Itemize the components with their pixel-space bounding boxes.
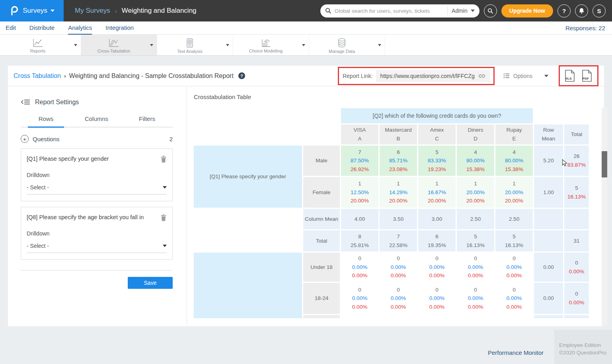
cell-line: 5 xyxy=(513,232,516,241)
tool-cross-tabulation-dropdown[interactable] xyxy=(146,44,157,46)
data-cell: 3.50 xyxy=(380,209,417,229)
drilldown-select[interactable]: - Select - xyxy=(27,243,167,253)
data-cell: 480.00%15.38% xyxy=(457,146,494,176)
cell-line: 0.00% xyxy=(569,298,584,307)
tool-reports-dropdown[interactable] xyxy=(70,44,81,46)
cell-line: 0 xyxy=(575,290,578,298)
vertical-scrollbar[interactable] xyxy=(602,107,607,326)
cell-line: Row xyxy=(543,126,554,134)
link-icon xyxy=(478,72,486,80)
cell-line: 80.00% xyxy=(505,156,523,165)
delete-question-button[interactable] xyxy=(160,156,167,164)
tool-text-analysis-dropdown[interactable] xyxy=(222,44,233,46)
options-dropdown[interactable]: Options xyxy=(503,73,548,79)
nav-edit[interactable]: Edit xyxy=(6,21,16,35)
column-question-header: [Q2] which of the following credit cards… xyxy=(341,108,533,123)
help-button[interactable]: ? xyxy=(557,4,571,18)
cell-line: 16.67% xyxy=(428,188,446,197)
crosstab-heading: Crosstabulation Table xyxy=(194,93,604,100)
cell-line: VISA xyxy=(354,126,366,134)
total-cell: 516.13% xyxy=(564,177,589,208)
report-link-field[interactable]: https://www.questionpro.com/t/lFFCZg xyxy=(376,70,489,82)
search-input[interactable] xyxy=(335,8,443,14)
data-cell: 2.50 xyxy=(457,209,494,229)
cell-line: 0 xyxy=(397,286,400,294)
cell-line: 2.50 xyxy=(509,215,519,224)
upgrade-now-button[interactable]: Upgrade Now xyxy=(501,4,553,18)
cell-line: 5.20 xyxy=(543,156,554,165)
data-cell: 3.00 xyxy=(418,209,456,229)
cell-line: 6 xyxy=(435,232,439,241)
tool-text-analysis[interactable]: Text Analysis xyxy=(157,35,233,55)
tool-manage-data-dropdown[interactable] xyxy=(374,44,385,46)
total-column-header: Total xyxy=(564,125,589,144)
tool-cross-tabulation[interactable]: Cross-Tabulation xyxy=(81,35,157,55)
row-question-header xyxy=(194,253,302,318)
performance-monitor-link[interactable]: Performance Monitor xyxy=(488,349,544,356)
search-scope-selector[interactable]: Admin xyxy=(452,8,475,14)
add-question-button[interactable]: + xyxy=(21,135,29,143)
search-button[interactable] xyxy=(484,4,497,18)
drilldown-select-value: - Select - xyxy=(27,184,163,191)
cell-line: 5 xyxy=(435,148,439,157)
nav-integration[interactable]: Integration xyxy=(105,21,134,35)
tab-columns[interactable]: Columns xyxy=(71,115,122,127)
drilldown-select[interactable]: - Select - xyxy=(27,184,167,195)
save-button[interactable]: Save xyxy=(128,277,173,289)
cell-line: 4 xyxy=(474,148,477,157)
tool-choice-modelling[interactable]: Choice Modelling xyxy=(233,35,309,55)
nav-analytics[interactable]: Analytics xyxy=(68,21,92,35)
cell-line: [Q2] which of the following credit cards… xyxy=(373,111,501,120)
row-mean-cell xyxy=(534,315,563,318)
total-cell: 31 xyxy=(564,230,589,251)
question-card: [Q1] Please specify your gender Drilldow… xyxy=(21,148,173,201)
cell-line: 8 xyxy=(358,232,361,241)
scrollbar-thumb[interactable] xyxy=(602,151,607,177)
delete-question-button[interactable] xyxy=(160,214,167,222)
tool-reports[interactable]: Reports xyxy=(5,35,81,55)
report-settings-title: Report Settings xyxy=(35,99,79,106)
breadcrumb-survey-name: Weighting and Balancing xyxy=(122,7,197,15)
question-mark-icon: ? xyxy=(562,8,566,14)
tab-rows[interactable]: Rows xyxy=(21,115,71,127)
export-xls-button[interactable]: XLS xyxy=(565,70,575,82)
cell-line: B xyxy=(396,134,400,143)
row-mean-header: RowMean xyxy=(534,125,563,144)
data-cell: 583.33%19.23% xyxy=(418,146,456,176)
notifications-button[interactable] xyxy=(575,4,588,18)
cell-line: 0 xyxy=(358,254,361,263)
export-pdf-button[interactable]: PDF xyxy=(582,70,593,82)
cell-line: 16.13% xyxy=(567,193,586,201)
column-header: AmexC xyxy=(418,125,456,144)
cell-line: 20.00% xyxy=(505,188,523,197)
cell-line: 0 xyxy=(435,254,439,263)
data-cell: 00.00%0.00% xyxy=(495,253,533,282)
account-avatar[interactable]: S xyxy=(593,4,606,18)
row-label: Under 18 xyxy=(303,253,340,282)
divider xyxy=(447,6,448,15)
survey-nav: Edit Distribute Analytics Integration Re… xyxy=(0,21,612,35)
cross-tabulation-link[interactable]: Cross Tabulation xyxy=(14,72,61,80)
cell-line: 0.00% xyxy=(507,263,522,272)
breadcrumb-my-surveys[interactable]: My Surveys xyxy=(75,7,110,15)
cell-line: 87.50% xyxy=(351,156,369,165)
product-switcher[interactable]: Surveys xyxy=(0,0,64,21)
cell-line: E xyxy=(512,134,516,143)
crosstab-grid: [Q2] which of the following credit cards… xyxy=(194,108,604,318)
questions-row: + Questions 2 xyxy=(21,135,173,143)
chevron-down-icon xyxy=(163,186,167,189)
help-icon[interactable]: ? xyxy=(238,72,245,79)
data-cell: 480.00%15.38% xyxy=(495,146,533,176)
tool-manage-data[interactable]: Manage Data xyxy=(309,35,385,55)
cell-line: 26 xyxy=(573,152,579,161)
collapse-panel-icon[interactable] xyxy=(21,98,30,106)
cell-line: 0.00% xyxy=(391,263,406,272)
report-link-url: https://www.questionpro.com/t/lFFCZg xyxy=(380,73,474,79)
nav-distribute[interactable]: Distribute xyxy=(29,21,55,35)
cell-line: 7 xyxy=(397,232,400,241)
drilldown-label: Drilldown xyxy=(27,172,167,178)
edition-box: Employee Edition ©2020 QuestionPro xyxy=(554,330,612,364)
tool-choice-modelling-dropdown[interactable] xyxy=(298,44,309,46)
tool-label: Cross-Tabulation xyxy=(97,49,131,53)
tab-filters[interactable]: Filters xyxy=(122,115,172,127)
